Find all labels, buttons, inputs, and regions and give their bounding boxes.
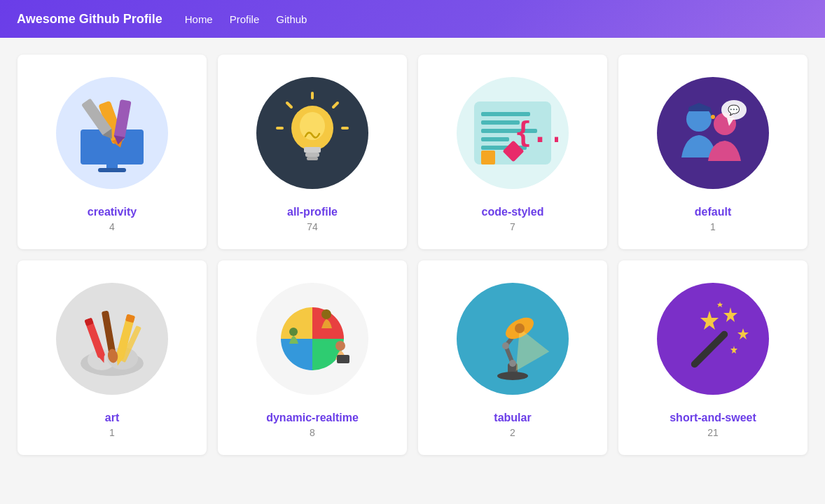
svg-point-50 [335, 341, 345, 351]
svg-rect-30 [688, 107, 709, 111]
card-icon-art [56, 283, 168, 395]
svg-point-58 [509, 360, 516, 367]
card-icon-short-and-sweet [657, 283, 769, 395]
card-short-and-sweet[interactable]: short-and-sweet21 [618, 260, 807, 455]
svg-point-49 [321, 309, 331, 319]
card-count-creativity: 4 [109, 221, 115, 232]
svg-rect-43 [102, 311, 116, 354]
svg-marker-63 [723, 307, 737, 322]
svg-point-57 [502, 342, 509, 349]
card-default[interactable]: 💬 default1 [618, 55, 807, 249]
nav-profile[interactable]: Profile [230, 13, 260, 25]
svg-rect-61 [690, 330, 730, 370]
card-label-dynamic-realtime: dynamic-realtime [266, 412, 359, 424]
card-all-profile[interactable]: all-profile74 [218, 55, 407, 249]
svg-rect-2 [98, 168, 126, 172]
card-label-creativity: creativity [88, 206, 137, 218]
card-label-short-and-sweet: short-and-sweet [670, 412, 756, 424]
card-count-all-profile: 74 [307, 221, 318, 232]
card-dynamic-realtime[interactable]: dynamic-realtime8 [218, 260, 407, 455]
nav-github[interactable]: Github [276, 13, 307, 25]
card-code-styled[interactable]: {...} code-styled7 [418, 55, 607, 249]
card-label-all-profile: all-profile [287, 206, 338, 218]
nav-brand: Awesome Github Profile [17, 12, 162, 27]
svg-rect-12 [307, 157, 318, 160]
card-count-art: 1 [109, 427, 115, 438]
card-count-short-and-sweet: 21 [707, 427, 719, 438]
nav-links: Home Profile Github [185, 13, 307, 25]
card-label-code-styled: code-styled [482, 206, 544, 218]
svg-rect-23 [481, 137, 509, 141]
svg-marker-64 [737, 328, 749, 340]
card-count-code-styled: 7 [510, 221, 515, 232]
card-icon-code-styled: {...} [457, 77, 569, 189]
svg-line-15 [333, 103, 338, 107]
nav-home[interactable]: Home [185, 13, 213, 25]
svg-point-54 [497, 372, 528, 380]
svg-point-60 [515, 323, 525, 333]
card-icon-tabular [457, 283, 569, 395]
card-icon-all-profile [256, 77, 368, 189]
card-count-default: 1 [710, 221, 716, 232]
card-icon-creativity [56, 77, 168, 189]
svg-text:💬: 💬 [728, 104, 740, 116]
svg-point-33 [711, 115, 715, 119]
card-label-tabular: tabular [494, 412, 531, 424]
svg-rect-27 [481, 150, 495, 164]
card-art[interactable]: art1 [18, 260, 207, 455]
svg-marker-31 [688, 103, 709, 107]
card-count-tabular: 2 [510, 427, 515, 438]
svg-point-51 [289, 328, 298, 336]
card-label-default: default [695, 206, 731, 218]
svg-marker-62 [700, 311, 719, 330]
card-tabular[interactable]: tabular2 [418, 260, 607, 455]
svg-rect-52 [337, 355, 349, 363]
svg-text:{...}: {...} [515, 116, 558, 148]
svg-line-14 [287, 103, 291, 107]
svg-marker-65 [730, 346, 737, 354]
card-creativity[interactable]: creativity4 [18, 55, 207, 249]
card-count-dynamic-realtime: 8 [310, 427, 315, 438]
card-grid: creativity4 all-profile74 [6, 38, 819, 472]
card-icon-default: 💬 [657, 77, 769, 189]
card-icon-dynamic-realtime [256, 283, 368, 395]
svg-rect-21 [481, 120, 520, 125]
card-label-art: art [105, 412, 119, 424]
svg-rect-11 [305, 153, 319, 157]
svg-rect-10 [304, 147, 321, 153]
svg-marker-66 [717, 302, 723, 307]
navbar: Awesome Github Profile Home Profile Gith… [0, 0, 825, 38]
